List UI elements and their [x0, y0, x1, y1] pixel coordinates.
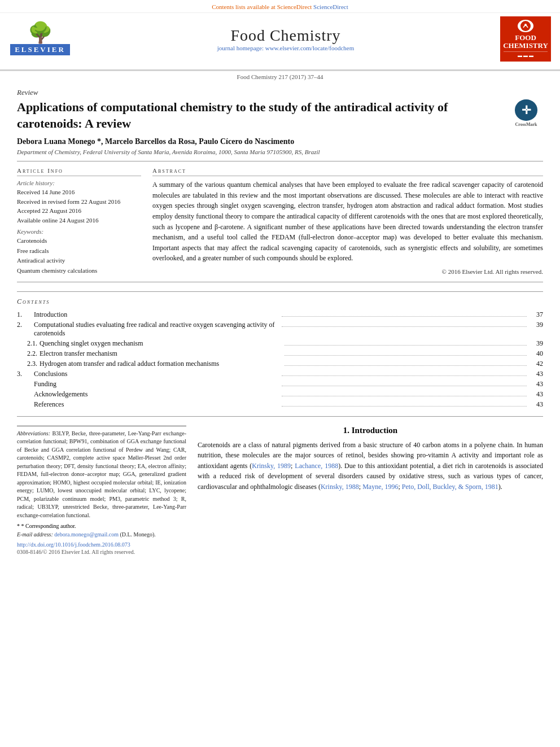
toc-item-acknowledgements: Acknowledgements 43 [17, 390, 543, 399]
bottom-section: Abbreviations: B3LYP, Becke, three-param… [17, 426, 543, 555]
toc-dots-2-1 [285, 345, 527, 346]
crossmark-icon: ✛ [515, 99, 537, 121]
abbreviations-content: B3LYP, Becke, three-parameter, Lee-Yang-… [17, 430, 186, 518]
journal-header: Contents lists available at ScienceDirec… [0, 0, 560, 71]
journal-center: Food Chemistry journal homepage: www.els… [71, 27, 500, 51]
journal-top-bar: Contents lists available at ScienceDirec… [0, 0, 560, 13]
intro-ref6[interactable]: Peto, Doll, Buckley, & Sporn, 1981 [402, 483, 498, 491]
article-cite-bar: Food Chemistry 217 (2017) 37–44 [0, 71, 560, 81]
toc-label-ref: References [34, 400, 279, 409]
abstract-heading: Abstract [152, 167, 543, 176]
toc-label-2-1: Quenching singlet oxygen mechanism [40, 339, 282, 348]
corresponding-symbol: * [17, 523, 21, 529]
toc-page-2-1: 39 [529, 339, 543, 348]
intro-ref2[interactable]: Lachance, 1988 [295, 462, 338, 470]
toc-num-2: 2. [17, 321, 34, 329]
toc-page-2: 39 [529, 321, 543, 329]
introduction-column: 1. Introduction Carotenoids are a class … [198, 426, 543, 555]
toc-item-1: 1. Introduction 37 [17, 311, 543, 319]
journal-main-header: 🌳 ELSEVIER Food Chemistry journal homepa… [0, 13, 560, 65]
keywords-label: Keywords: [17, 228, 141, 235]
elsevier-text: ELSEVIER [10, 44, 70, 55]
email-label: E-mail address: [17, 531, 53, 538]
email-value[interactable]: debora.monego@gmail.com [54, 531, 120, 538]
food-logo-line1: FOOD [515, 34, 536, 42]
intro-ref4[interactable]: Krinsky, 1988 [321, 483, 359, 491]
abbreviations-text: Abbreviations: B3LYP, Becke, three-param… [17, 430, 186, 520]
author-names: Debora Luana Monego *, Marcelo Barcellos… [17, 137, 294, 146]
intro-heading: 1. Introduction [198, 426, 543, 435]
toc-item-2-2: 2.2. Electron transfer mechanism 40 [17, 350, 543, 358]
email-line: E-mail address: debora.monego@gmail.com … [17, 531, 186, 539]
toc-dots-ack [282, 396, 527, 396]
keyword-1: Carotenoids [17, 236, 141, 246]
toc-label-funding: Funding [34, 380, 279, 388]
contents-available-text: Contents lists available at ScienceDirec… [212, 3, 312, 10]
keyword-4: Quantum chemistry calculations [17, 266, 141, 276]
toc-dots-2 [282, 326, 527, 327]
article-info-column: Article Info Article history: Received 1… [17, 167, 141, 276]
svg-point-1 [524, 24, 527, 26]
corresponding-author: * * Corresponding author. [17, 523, 186, 529]
divider-2 [17, 282, 543, 282]
toc-page-2-3: 42 [529, 360, 543, 368]
toc-page-funding: 43 [529, 380, 543, 388]
toc-item-references: References 43 [17, 400, 543, 409]
doi-text: http://dx.doi.org/10.1016/j.foodchem.201… [17, 541, 130, 548]
journal-title: Food Chemistry [71, 27, 500, 45]
toc-dots-2-3 [285, 365, 527, 366]
crossmark-label: CrossMark [515, 122, 537, 128]
divider-1 [17, 161, 543, 161]
abbreviations-label: Abbreviations: [17, 430, 50, 436]
food-logo-decoration: ▬ ▬ ▬ [504, 51, 548, 59]
article-history-label: Article history: [17, 180, 141, 186]
corresponding-text: * Corresponding author. [21, 523, 76, 529]
keywords-list: Carotenoids Free radicals Antiradical ac… [17, 236, 141, 276]
toc-label-3: Conclusions [34, 370, 279, 378]
toc-dots-funding [282, 386, 527, 386]
intro-ref1[interactable]: Krinsky, 1989 [252, 462, 291, 470]
toc-num-3: 3. [17, 370, 34, 378]
content-wrapper: Review Applications of computational che… [0, 88, 560, 555]
toc-item-2-1: 2.1. Quenching singlet oxygen mechanism … [17, 339, 543, 348]
toc-label-2-3: Hydrogen atom transfer and radical adduc… [40, 360, 282, 368]
food-logo-line2: CHEMISTRY [503, 42, 548, 50]
toc-page-ack: 43 [529, 390, 543, 399]
issn-line: 0308-8146/© 2016 Elsevier Ltd. All right… [17, 549, 186, 555]
toc-item-2: 2. Computational studies evaluating free… [17, 321, 543, 338]
contents-heading: Contents [17, 298, 543, 306]
toc-label-1: Introduction [34, 311, 279, 319]
toc-item-3: 3. Conclusions 43 [17, 370, 543, 378]
keyword-3: Antiradical activity [17, 256, 141, 266]
toc-dots-1 [282, 316, 527, 317]
keyword-2: Free radicals [17, 246, 141, 256]
doi-link[interactable]: http://dx.doi.org/10.1016/j.foodchem.201… [17, 541, 186, 548]
article-revised: Received in revised form 22 August 2016 [17, 197, 141, 207]
toc-page-ref: 43 [529, 400, 543, 409]
toc-dots-ref [282, 406, 527, 407]
toc-num-1: 1. [17, 311, 34, 319]
intro-text-7: ). [498, 483, 502, 491]
footnote-column: Abbreviations: B3LYP, Becke, three-param… [17, 426, 186, 555]
authors: Debora Luana Monego *, Marcelo Barcellos… [17, 137, 543, 146]
affiliation: Department of Chemistry, Federal Univers… [17, 148, 543, 155]
abstract-column: Abstract A summary of the various quantu… [152, 167, 543, 276]
crossmark-badge: ✛ CrossMark [509, 99, 543, 128]
toc-page-3: 43 [529, 370, 543, 378]
sciencedirect-link[interactable]: ScienceDirect [313, 3, 348, 10]
food-chemistry-logo-box: FOOD CHEMISTRY ▬ ▬ ▬ [500, 16, 551, 62]
toc-num-2-3: 2.3. [17, 360, 40, 368]
intro-ref5[interactable]: Mayne, 1996 [362, 483, 398, 491]
review-label: Review [17, 88, 543, 97]
journal-homepage: journal homepage: www.elsevier.com/locat… [71, 45, 500, 51]
article-available: Available online 24 August 2016 [17, 216, 141, 225]
abstract-text: A summary of the various quantum chemica… [152, 180, 543, 264]
toc-label-2: Computational studies evaluating free ra… [34, 321, 279, 338]
toc-dots-2-2 [285, 355, 527, 356]
toc-num-2-1: 2.1. [17, 339, 40, 348]
intro-text: Carotenoids are a class of natural pigme… [198, 440, 543, 492]
toc-dots-3 [282, 375, 527, 376]
article-received: Received 14 June 2016 [17, 187, 141, 197]
article-info-heading: Article Info [17, 167, 141, 176]
contents-section: Contents 1. Introduction 37 2. Computati… [17, 291, 543, 417]
